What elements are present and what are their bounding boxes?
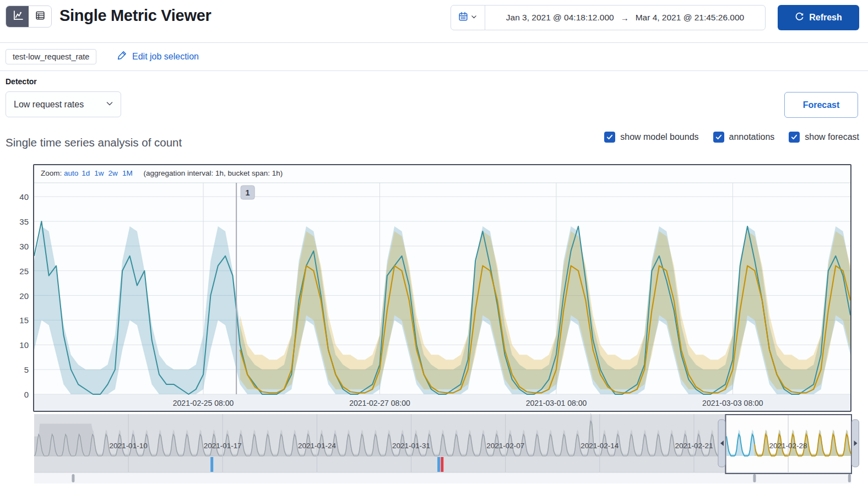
y-axis-tick-label: 15 [0, 316, 29, 325]
context-tick-label: 2021-01-24 [298, 442, 337, 450]
context-tick-label: 2021-02-14 [581, 442, 619, 450]
context-tick-label: 2021-02-21 [675, 442, 713, 450]
context-tick-label: 2021-02-28 [769, 442, 807, 450]
refresh-label: Refresh [809, 13, 842, 23]
context-tick-label: 2021-02-07 [486, 442, 524, 450]
date-range-display[interactable]: Jan 3, 2021 @ 04:18:12.000 → Mar 4, 2021… [485, 6, 765, 30]
detector-selected-value: Low request rates [14, 100, 105, 110]
forecast-button[interactable]: Forecast [784, 92, 858, 118]
detector-label: Detector [6, 77, 37, 86]
chevron-down-icon [470, 13, 478, 23]
date-range-picker: Jan 3, 2021 @ 04:18:12.000 → Mar 4, 2021… [451, 5, 766, 30]
divider [0, 70, 868, 71]
x-axis-tick-label: 2021-03-01 08:00 [526, 399, 587, 407]
context-tick-label: 2021-01-10 [110, 442, 148, 450]
checkbox-label: show model bounds [620, 132, 698, 142]
checkbox-label: annotations [729, 132, 775, 142]
zoom-link-1d[interactable]: 1d [82, 169, 90, 177]
divider [0, 42, 868, 43]
context-tick-label: 2021-01-17 [204, 442, 242, 450]
focus-chart-container: Zoom: auto1d1w2w1M (aggregation interval… [33, 164, 851, 412]
date-range-start[interactable]: Jan 3, 2021 @ 04:18:12.000 [506, 13, 614, 23]
x-axis-tick-label: 2021-03-03 08:00 [702, 399, 763, 407]
y-axis-tick-label: 25 [0, 267, 29, 276]
annotation-marker[interactable] [848, 474, 851, 482]
datepicker-quick-menu-button[interactable] [451, 6, 485, 30]
view-toggle-group [6, 6, 52, 28]
refresh-button[interactable]: Refresh [778, 5, 859, 30]
anomaly-swimlane-cell-warning[interactable] [437, 457, 440, 472]
annotation-marker[interactable] [753, 474, 756, 482]
checkbox-checked-icon [713, 132, 724, 143]
zoom-link-2w[interactable]: 2w [109, 169, 118, 177]
annotation-badge-label: 1 [246, 188, 250, 197]
refresh-icon [795, 12, 804, 24]
focus-chart[interactable]: 12021-02-25 08:002021-02-27 08:002021-03… [34, 165, 850, 411]
edit-job-selection-label: Edit job selection [132, 52, 199, 62]
pencil-icon [117, 50, 127, 63]
x-axis-tick-label: 2021-02-27 08:00 [349, 399, 410, 407]
analysis-heading: Single time series analysis of count [6, 136, 182, 149]
edit-job-selection-link[interactable]: Edit job selection [117, 50, 199, 63]
date-range-arrow-icon: → [621, 13, 629, 23]
chevron-down-icon [105, 99, 114, 110]
x-axis-tick-label: 2021-02-25 08:00 [173, 399, 234, 407]
line-chart-icon [12, 10, 23, 23]
table-icon [35, 10, 46, 23]
y-axis-tick-label: 0 [0, 390, 29, 399]
anomaly-swimlane-cell-critical[interactable] [441, 457, 443, 472]
y-axis-tick-label: 5 [0, 365, 29, 374]
page-title: Single Metric Viewer [59, 7, 211, 25]
zoom-link-1M[interactable]: 1M [122, 169, 133, 177]
checkbox-annotations[interactable]: annotations [713, 132, 775, 143]
y-axis-tick-label: 35 [0, 217, 29, 226]
single-metric-viewer-page: Single Metric Viewer Jan 3, 2021 @ 04:18… [0, 0, 868, 484]
aggregation-info: (aggregation interval: 1h, bucket span: … [143, 169, 283, 177]
annotation-marker[interactable] [72, 474, 74, 482]
detector-select[interactable]: Low request rates [6, 91, 121, 117]
zoom-controls: Zoom: auto1d1w2w1M (aggregation interval… [41, 169, 283, 177]
checkbox-checked-icon [789, 132, 800, 143]
anomaly-swimlane-cell-warning[interactable] [210, 457, 213, 472]
zoom-link-1w[interactable]: 1w [94, 169, 104, 177]
checkbox-label: show forecast [805, 132, 859, 142]
job-id-badge: test-low_request_rate [6, 49, 96, 64]
chart-options-row: show model bounds annotations show forec… [604, 132, 859, 143]
zoom-link-auto[interactable]: auto [64, 169, 78, 177]
zoom-label: Zoom: [41, 169, 62, 177]
checkbox-show-model-bounds[interactable]: show model bounds [604, 132, 698, 143]
date-range-end[interactable]: Mar 4, 2021 @ 21:45:26.000 [636, 13, 745, 23]
checkbox-checked-icon [604, 132, 615, 143]
context-tick-label: 2021-01-31 [392, 442, 430, 450]
calendar-icon [458, 12, 468, 24]
y-axis-tick-label: 40 [0, 192, 29, 202]
y-axis-tick-label: 10 [0, 340, 29, 350]
y-axis-tick-label: 30 [0, 242, 29, 251]
context-chart[interactable]: 2021-01-102021-01-172021-01-242021-01-31… [34, 414, 860, 484]
checkbox-show-forecast[interactable]: show forecast [789, 132, 859, 143]
y-axis-labels: 0510152025303540 [0, 165, 29, 402]
y-axis-tick-label: 20 [0, 291, 29, 301]
view-toggle-table-button[interactable] [29, 6, 51, 27]
view-toggle-chart-button[interactable] [6, 6, 29, 27]
